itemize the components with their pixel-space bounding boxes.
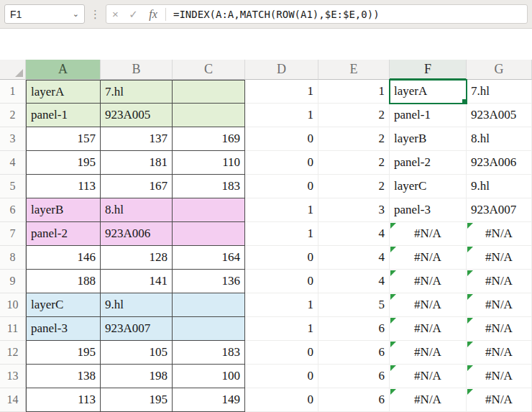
cell-C2[interactable] [173,104,245,127]
row-header-5[interactable]: 5 [0,175,26,198]
cell-A3[interactable]: 157 [26,127,101,151]
cell-D10[interactable]: 1 [245,293,318,317]
cell-B13[interactable]: 198 [101,365,173,388]
cell-G3[interactable]: 8.hl [467,127,532,151]
cell-E1[interactable]: 1 [318,80,390,104]
cell-A2[interactable]: panel-1 [26,104,101,127]
cell-B9[interactable]: 141 [101,270,173,293]
cell-D1[interactable]: 1 [245,80,318,104]
cell-G8[interactable]: #N/A [467,246,532,270]
formula-input[interactable]: =INDEX(A:A,MATCH(ROW(A1),$E:$E,0)) [169,9,380,20]
cell-E2[interactable]: 2 [318,104,390,127]
cell-C14[interactable]: 149 [173,388,245,412]
cell-F5[interactable]: layerC [390,175,467,198]
row-header-6[interactable]: 6 [0,198,26,222]
cell-G12[interactable]: #N/A [467,341,532,365]
cell-E8[interactable]: 4 [318,246,390,270]
row-header-9[interactable]: 9 [0,270,26,293]
formula-bar-splitter-icon[interactable]: ⋮ [90,8,101,21]
row-header-14[interactable]: 14 [0,388,26,412]
cell-B10[interactable]: 9.hl [101,293,173,317]
cell-F6[interactable]: panel-3 [390,198,467,222]
row-header-13[interactable]: 13 [0,365,26,388]
cell-F13[interactable]: #N/A [390,365,467,388]
cell-C3[interactable]: 169 [173,127,245,151]
cell-F10[interactable]: #N/A [390,293,467,317]
cell-F12[interactable]: #N/A [390,341,467,365]
cell-G7[interactable]: #N/A [467,222,532,246]
cell-C6[interactable] [173,198,245,222]
cell-D9[interactable]: 0 [245,270,318,293]
cell-F11[interactable]: #N/A [390,317,467,341]
cell-B4[interactable]: 181 [101,151,173,175]
cell-E11[interactable]: 6 [318,317,390,341]
cell-E4[interactable]: 2 [318,151,390,175]
cell-C7[interactable] [173,222,245,246]
cell-B11[interactable]: 923A007 [101,317,173,341]
col-header-E[interactable]: E [318,60,390,80]
cell-E5[interactable]: 2 [318,175,390,198]
cell-D4[interactable]: 0 [245,151,318,175]
row-header-8[interactable]: 8 [0,246,26,270]
cell-G10[interactable]: #N/A [467,293,532,317]
cell-A4[interactable]: 195 [26,151,101,175]
cell-D14[interactable]: 0 [245,388,318,412]
cell-A8[interactable]: 146 [26,246,101,270]
cell-F9[interactable]: #N/A [390,270,467,293]
cell-A7[interactable]: panel-2 [26,222,101,246]
cell-B8[interactable]: 128 [101,246,173,270]
enter-icon[interactable]: ✓ [124,8,142,21]
cell-C1[interactable] [173,80,245,104]
cell-D7[interactable]: 1 [245,222,318,246]
cell-G11[interactable]: #N/A [467,317,532,341]
row-header-7[interactable]: 7 [0,222,26,246]
cell-C5[interactable]: 183 [173,175,245,198]
cell-D11[interactable]: 1 [245,317,318,341]
cell-E3[interactable]: 2 [318,127,390,151]
cell-C9[interactable]: 136 [173,270,245,293]
cell-E12[interactable]: 6 [318,341,390,365]
cell-B5[interactable]: 167 [101,175,173,198]
cell-B14[interactable]: 195 [101,388,173,412]
cell-E13[interactable]: 6 [318,365,390,388]
cell-C10[interactable] [173,293,245,317]
col-header-F[interactable]: F [390,60,467,80]
cell-A14[interactable]: 113 [26,388,101,412]
cell-D2[interactable]: 1 [245,104,318,127]
cell-G1[interactable]: 7.hl [467,80,532,104]
select-all-corner[interactable] [0,60,26,80]
cell-G4[interactable]: 923A006 [467,151,532,175]
cell-F3[interactable]: layerB [390,127,467,151]
cell-D5[interactable]: 0 [245,175,318,198]
cell-E6[interactable]: 3 [318,198,390,222]
cell-G9[interactable]: #N/A [467,270,532,293]
cell-A13[interactable]: 138 [26,365,101,388]
col-header-A[interactable]: A [26,60,101,80]
cell-D3[interactable]: 0 [245,127,318,151]
cell-E10[interactable]: 5 [318,293,390,317]
cell-F2[interactable]: panel-1 [390,104,467,127]
cell-B1[interactable]: 7.hl [101,80,173,104]
cell-B6[interactable]: 8.hl [101,198,173,222]
cell-C4[interactable]: 110 [173,151,245,175]
cell-E9[interactable]: 4 [318,270,390,293]
col-header-B[interactable]: B [101,60,173,80]
name-box-dropdown-icon[interactable]: ⌄ [73,10,79,18]
cell-G5[interactable]: 9.hl [467,175,532,198]
row-header-4[interactable]: 4 [0,151,26,175]
cell-C13[interactable]: 100 [173,365,245,388]
formula-bar[interactable]: × ✓ fx =INDEX(A:A,MATCH(ROW(A1),$E:$E,0)… [106,4,528,24]
cell-F4[interactable]: panel-2 [390,151,467,175]
cell-A1[interactable]: layerA [26,80,101,104]
cell-E7[interactable]: 4 [318,222,390,246]
cell-B7[interactable]: 923A006 [101,222,173,246]
cell-G13[interactable]: #N/A [467,365,532,388]
cancel-icon[interactable]: × [106,8,124,20]
cell-A11[interactable]: panel-3 [26,317,101,341]
row-header-11[interactable]: 11 [0,317,26,341]
cell-A10[interactable]: layerC [26,293,101,317]
col-header-D[interactable]: D [245,60,318,80]
cell-C12[interactable]: 183 [173,341,245,365]
cell-B12[interactable]: 105 [101,341,173,365]
cell-E14[interactable]: 6 [318,388,390,412]
